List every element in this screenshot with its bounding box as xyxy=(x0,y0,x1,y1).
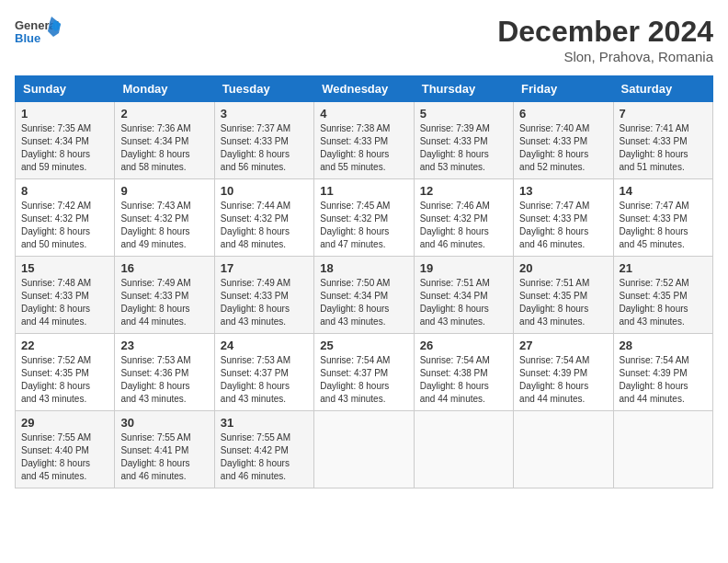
day-number: 6 xyxy=(519,107,607,121)
day-number: 11 xyxy=(320,184,407,198)
calendar-cell: 21 Sunrise: 7:52 AM Sunset: 4:35 PM Dayl… xyxy=(613,257,712,334)
cell-content: Sunrise: 7:48 AM Sunset: 4:33 PM Dayligh… xyxy=(21,277,108,328)
logo: General Blue xyxy=(15,15,61,48)
calendar-cell: 11 Sunrise: 7:45 AM Sunset: 4:32 PM Dayl… xyxy=(314,179,414,257)
cell-content: Sunrise: 7:54 AM Sunset: 4:37 PM Dayligh… xyxy=(320,354,407,406)
calendar-cell: 15 Sunrise: 7:48 AM Sunset: 4:33 PM Dayl… xyxy=(16,257,115,334)
calendar-cell xyxy=(613,411,712,488)
calendar-cell: 31 Sunrise: 7:55 AM Sunset: 4:42 PM Dayl… xyxy=(214,411,313,488)
day-number: 9 xyxy=(120,184,208,198)
cell-content: Sunrise: 7:52 AM Sunset: 4:35 PM Dayligh… xyxy=(21,354,108,406)
week-row-4: 22 Sunrise: 7:52 AM Sunset: 4:35 PM Dayl… xyxy=(16,334,713,411)
cell-content: Sunrise: 7:49 AM Sunset: 4:33 PM Dayligh… xyxy=(221,277,308,328)
day-number: 17 xyxy=(221,261,308,275)
calendar-cell xyxy=(514,411,613,488)
cell-content: Sunrise: 7:47 AM Sunset: 4:33 PM Dayligh… xyxy=(519,200,607,251)
cell-content: Sunrise: 7:55 AM Sunset: 4:41 PM Dayligh… xyxy=(120,431,208,483)
cell-content: Sunrise: 7:50 AM Sunset: 4:34 PM Dayligh… xyxy=(320,277,407,328)
cell-content: Sunrise: 7:54 AM Sunset: 4:38 PM Dayligh… xyxy=(420,354,507,406)
calendar-cell: 27 Sunrise: 7:54 AM Sunset: 4:39 PM Dayl… xyxy=(514,334,613,411)
day-number: 21 xyxy=(620,261,707,275)
calendar-cell: 25 Sunrise: 7:54 AM Sunset: 4:37 PM Dayl… xyxy=(314,334,414,411)
calendar-cell: 29 Sunrise: 7:55 AM Sunset: 4:40 PM Dayl… xyxy=(16,411,115,488)
day-number: 3 xyxy=(221,107,308,121)
day-number: 1 xyxy=(21,107,108,121)
day-number: 27 xyxy=(519,339,607,352)
week-row-5: 29 Sunrise: 7:55 AM Sunset: 4:40 PM Dayl… xyxy=(16,411,713,488)
day-number: 31 xyxy=(221,416,308,430)
day-number: 15 xyxy=(21,261,108,275)
month-year: December 2024 xyxy=(497,15,713,49)
week-row-2: 8 Sunrise: 7:42 AM Sunset: 4:32 PM Dayli… xyxy=(16,179,713,257)
cell-content: Sunrise: 7:37 AM Sunset: 4:33 PM Dayligh… xyxy=(221,122,308,174)
calendar-cell: 13 Sunrise: 7:47 AM Sunset: 4:33 PM Dayl… xyxy=(514,179,613,257)
header-sunday: Sunday xyxy=(16,76,115,102)
cell-content: Sunrise: 7:52 AM Sunset: 4:35 PM Dayligh… xyxy=(620,277,707,328)
calendar-cell: 12 Sunrise: 7:46 AM Sunset: 4:32 PM Dayl… xyxy=(414,179,513,257)
cell-content: Sunrise: 7:42 AM Sunset: 4:32 PM Dayligh… xyxy=(21,200,108,251)
day-number: 18 xyxy=(320,261,407,275)
cell-content: Sunrise: 7:55 AM Sunset: 4:42 PM Dayligh… xyxy=(221,431,308,483)
calendar-cell: 18 Sunrise: 7:50 AM Sunset: 4:34 PM Dayl… xyxy=(314,257,414,334)
calendar-cell: 1 Sunrise: 7:35 AM Sunset: 4:34 PM Dayli… xyxy=(16,102,115,179)
day-number: 29 xyxy=(21,416,108,430)
calendar-cell: 10 Sunrise: 7:44 AM Sunset: 4:32 PM Dayl… xyxy=(214,179,313,257)
calendar-cell: 26 Sunrise: 7:54 AM Sunset: 4:38 PM Dayl… xyxy=(414,334,513,411)
day-number: 7 xyxy=(620,107,707,121)
day-number: 10 xyxy=(221,184,308,198)
cell-content: Sunrise: 7:54 AM Sunset: 4:39 PM Dayligh… xyxy=(620,354,707,406)
location: Slon, Prahova, Romania xyxy=(497,49,713,64)
cell-content: Sunrise: 7:41 AM Sunset: 4:33 PM Dayligh… xyxy=(620,122,707,174)
day-number: 5 xyxy=(420,107,507,121)
calendar-cell: 2 Sunrise: 7:36 AM Sunset: 4:34 PM Dayli… xyxy=(115,102,214,179)
calendar-cell: 6 Sunrise: 7:40 AM Sunset: 4:33 PM Dayli… xyxy=(514,102,613,179)
calendar-cell: 28 Sunrise: 7:54 AM Sunset: 4:39 PM Dayl… xyxy=(613,334,712,411)
week-row-3: 15 Sunrise: 7:48 AM Sunset: 4:33 PM Dayl… xyxy=(16,257,713,334)
calendar-cell xyxy=(314,411,414,488)
calendar-cell: 3 Sunrise: 7:37 AM Sunset: 4:33 PM Dayli… xyxy=(214,102,313,179)
logo-bird-icon: General Blue xyxy=(15,15,61,48)
svg-text:Blue: Blue xyxy=(15,31,40,45)
cell-content: Sunrise: 7:51 AM Sunset: 4:34 PM Dayligh… xyxy=(420,277,507,328)
calendar-cell: 24 Sunrise: 7:53 AM Sunset: 4:37 PM Dayl… xyxy=(214,334,313,411)
calendar-cell: 19 Sunrise: 7:51 AM Sunset: 4:34 PM Dayl… xyxy=(414,257,513,334)
day-number: 16 xyxy=(120,261,208,275)
header-friday: Friday xyxy=(514,76,613,102)
calendar-cell: 30 Sunrise: 7:55 AM Sunset: 4:41 PM Dayl… xyxy=(115,411,214,488)
cell-content: Sunrise: 7:51 AM Sunset: 4:35 PM Dayligh… xyxy=(519,277,607,328)
day-number: 25 xyxy=(320,339,407,352)
header-saturday: Saturday xyxy=(613,76,712,102)
page-header: General Blue December 2024 Slon, Prahova… xyxy=(15,15,713,64)
cell-content: Sunrise: 7:39 AM Sunset: 4:33 PM Dayligh… xyxy=(420,122,507,174)
day-number: 4 xyxy=(320,107,407,121)
day-number: 22 xyxy=(21,339,108,352)
header-thursday: Thursday xyxy=(414,76,513,102)
cell-content: Sunrise: 7:55 AM Sunset: 4:40 PM Dayligh… xyxy=(21,431,108,483)
calendar-cell: 5 Sunrise: 7:39 AM Sunset: 4:33 PM Dayli… xyxy=(414,102,513,179)
cell-content: Sunrise: 7:49 AM Sunset: 4:33 PM Dayligh… xyxy=(120,277,208,328)
day-number: 26 xyxy=(420,339,507,352)
day-number: 13 xyxy=(519,184,607,198)
calendar-header-row: SundayMondayTuesdayWednesdayThursdayFrid… xyxy=(16,76,713,102)
calendar-cell: 14 Sunrise: 7:47 AM Sunset: 4:33 PM Dayl… xyxy=(613,179,712,257)
day-number: 28 xyxy=(620,339,707,352)
calendar-cell: 4 Sunrise: 7:38 AM Sunset: 4:33 PM Dayli… xyxy=(314,102,414,179)
cell-content: Sunrise: 7:44 AM Sunset: 4:32 PM Dayligh… xyxy=(221,200,308,251)
cell-content: Sunrise: 7:47 AM Sunset: 4:33 PM Dayligh… xyxy=(620,200,707,251)
day-number: 19 xyxy=(420,261,507,275)
calendar-cell: 7 Sunrise: 7:41 AM Sunset: 4:33 PM Dayli… xyxy=(613,102,712,179)
header-monday: Monday xyxy=(115,76,214,102)
calendar-cell: 16 Sunrise: 7:49 AM Sunset: 4:33 PM Dayl… xyxy=(115,257,214,334)
cell-content: Sunrise: 7:35 AM Sunset: 4:34 PM Dayligh… xyxy=(21,122,108,174)
header-wednesday: Wednesday xyxy=(314,76,414,102)
cell-content: Sunrise: 7:53 AM Sunset: 4:37 PM Dayligh… xyxy=(221,354,308,406)
week-row-1: 1 Sunrise: 7:35 AM Sunset: 4:34 PM Dayli… xyxy=(16,102,713,179)
day-number: 2 xyxy=(120,107,208,121)
day-number: 23 xyxy=(120,339,208,352)
day-number: 8 xyxy=(21,184,108,198)
cell-content: Sunrise: 7:46 AM Sunset: 4:32 PM Dayligh… xyxy=(420,200,507,251)
cell-content: Sunrise: 7:43 AM Sunset: 4:32 PM Dayligh… xyxy=(120,200,208,251)
cell-content: Sunrise: 7:36 AM Sunset: 4:34 PM Dayligh… xyxy=(120,122,208,174)
cell-content: Sunrise: 7:38 AM Sunset: 4:33 PM Dayligh… xyxy=(320,122,407,174)
header-tuesday: Tuesday xyxy=(214,76,313,102)
